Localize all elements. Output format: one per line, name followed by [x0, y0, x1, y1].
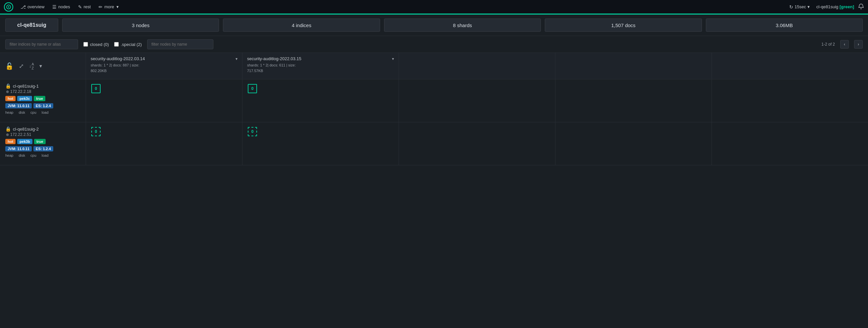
shard-cell-empty: [712, 122, 868, 165]
cluster-info: cl-qe81suig [green]: [816, 4, 854, 9]
more-icon: ✏: [99, 4, 102, 9]
nodes-icon: ☰: [52, 4, 57, 9]
nav-overview[interactable]: ⎇ overview: [17, 2, 48, 11]
shard-cell-empty: [399, 79, 555, 122]
index-meta-2: shards: 1 * 2| docs: 611 | size: 717.57K…: [247, 63, 394, 73]
shard-badge-solid[interactable]: 0: [248, 84, 257, 93]
index-col-2: security-auditlog-2022.03.15 ▾ shards: 1…: [243, 53, 399, 165]
stat-heap[interactable]: heap: [5, 110, 13, 114]
stat-cpu[interactable]: cpu: [30, 110, 36, 114]
notifications-bell[interactable]: [858, 3, 864, 10]
tag-pek3b: pek3b: [17, 139, 32, 144]
tag-pek3c: pek3c: [17, 96, 32, 101]
refresh-icon: ↻: [789, 4, 793, 9]
sort-az-button[interactable]: ↓ AZ: [29, 62, 34, 70]
node-lock-icon: 🔒: [5, 83, 11, 89]
shard-cell-empty: [712, 79, 868, 122]
node-es-badge: ES: 1.2.4: [33, 103, 53, 108]
index-header-4: [555, 53, 712, 79]
node-ip-label: 172.22.2.18: [10, 89, 31, 94]
shard-cell: 0: [243, 79, 399, 122]
index-col-3: [399, 53, 555, 165]
node-es-badge: ES: 1.2.4: [33, 146, 53, 152]
main-grid: 🔓 ⤢ ↓ AZ ▾ 🔒 cl-qe81suig-1 ⊕ 172.22.2.18…: [0, 53, 868, 165]
docs-stat[interactable]: 1,507 docs: [545, 19, 702, 32]
node-ip-row: ⊕ 172.22.2.18: [6, 89, 81, 94]
node-version-row: JVM: 11.0.11 ES: 1.2.4: [5, 146, 81, 152]
shard-badge-dashed[interactable]: 0: [91, 127, 100, 136]
shard-cell: 0: [86, 79, 242, 122]
node-column: 🔓 ⤢ ↓ AZ ▾ 🔒 cl-qe81suig-1 ⊕ 172.22.2.18…: [0, 53, 86, 165]
index-col-1: security-auditlog-2022.03.14 ▾ shards: 1…: [86, 53, 243, 165]
index-header-5: [712, 53, 868, 79]
special-checkbox[interactable]: [114, 42, 119, 46]
tag-hot: hot: [5, 139, 16, 144]
index-header-2: security-auditlog-2022.03.15 ▾ shards: 1…: [243, 53, 399, 79]
pagination-prev-button[interactable]: ‹: [840, 40, 849, 48]
node-name-label: cl-qe81suig-1: [13, 84, 39, 89]
tag-true: true: [34, 96, 45, 101]
shard-cell-empty: [555, 79, 712, 122]
closed-filter[interactable]: closed (0): [83, 42, 109, 47]
node-stats-row: heap disk cpu load: [5, 110, 81, 114]
special-filter[interactable]: .special (2): [114, 42, 142, 47]
index-header-1: security-auditlog-2022.03.14 ▾ shards: 1…: [86, 53, 242, 79]
index-chevron-1[interactable]: ▾: [236, 57, 238, 61]
top-nav: ⎇ overview ☰ nodes ✎ rest ✏ more ▾ ↻ 15s…: [0, 0, 868, 14]
node-ip-row: ⊕ 172.22.2.51: [6, 132, 81, 137]
unlock-icon[interactable]: 🔓: [5, 62, 13, 70]
more-chevron-icon: ▾: [117, 4, 119, 9]
stat-load[interactable]: load: [42, 110, 49, 114]
stat-load[interactable]: load: [42, 154, 49, 157]
closed-checkbox[interactable]: [83, 42, 88, 46]
stat-disk[interactable]: disk: [19, 154, 25, 157]
shard-cell-empty: [399, 122, 555, 165]
index-col-4: [555, 53, 712, 165]
nav-nodes[interactable]: ☰ nodes: [49, 2, 73, 11]
shard-cell: 0: [243, 122, 399, 165]
node-version-row: JVM: 11.0.11 ES: 1.2.4: [5, 103, 81, 108]
sort-down-button[interactable]: ▾: [39, 63, 42, 69]
stats-bar: cl-qe81suig 3 nodes 4 indices 8 shards 1…: [0, 14, 868, 36]
stat-disk[interactable]: disk: [19, 110, 25, 114]
overview-icon: ⎇: [21, 4, 26, 9]
shard-cell: 0: [86, 122, 242, 165]
node-ip-label: 172.22.2.51: [10, 132, 31, 137]
refresh-control[interactable]: ↻ 15sec ▾: [786, 3, 812, 11]
collapse-icon[interactable]: ⤢: [19, 63, 24, 70]
filter-indices-input[interactable]: [5, 39, 78, 49]
index-name-1[interactable]: security-auditlog-2022.03.14: [91, 56, 145, 61]
nav-rest[interactable]: ✎ rest: [75, 2, 94, 11]
nav-more[interactable]: ✏ more ▾: [95, 2, 122, 11]
stat-cpu[interactable]: cpu: [30, 154, 36, 157]
node-tags: hot pek3c true: [5, 96, 81, 101]
filter-nodes-input[interactable]: [147, 39, 213, 49]
stat-heap[interactable]: heap: [5, 154, 13, 157]
node-ip-icon: ⊕: [6, 133, 9, 137]
nodes-stat[interactable]: 3 nodes: [62, 19, 219, 32]
node-lock-icon: 🔒: [5, 126, 11, 132]
node-name-row: 🔒 cl-qe81suig-2: [5, 126, 81, 132]
indices-stat[interactable]: 4 indices: [223, 19, 380, 32]
index-chevron-2[interactable]: ▾: [392, 57, 394, 61]
node-stats-row: heap disk cpu load: [5, 154, 81, 157]
node-name-label: cl-qe81suig-2: [13, 127, 39, 132]
rest-icon: ✎: [78, 4, 82, 9]
shards-stat[interactable]: 8 shards: [384, 19, 541, 32]
node-header-controls: 🔓 ⤢ ↓ AZ ▾: [0, 53, 86, 79]
index-meta-1: shards: 1 * 2| docs: 887 | size: 802.20K…: [91, 63, 238, 73]
svg-point-2: [8, 6, 9, 8]
pagination-info: 1-2 of 2: [822, 42, 835, 46]
size-stat[interactable]: 3.06MB: [706, 19, 863, 32]
tag-hot: hot: [5, 96, 16, 101]
index-name-2[interactable]: security-auditlog-2022.03.15: [247, 56, 301, 61]
pagination-next-button[interactable]: ›: [854, 40, 863, 48]
index-columns: security-auditlog-2022.03.14 ▾ shards: 1…: [86, 53, 868, 165]
node-tags: hot pek3b true: [5, 139, 81, 144]
node-ip-icon: ⊕: [6, 90, 9, 94]
nav-right: ↻ 15sec ▾ cl-qe81suig [green]: [786, 3, 864, 11]
logo[interactable]: [4, 2, 13, 11]
shard-badge-dashed[interactable]: 0: [248, 127, 257, 136]
shard-badge-solid[interactable]: 0: [91, 84, 100, 93]
node-row: 🔒 cl-qe81suig-1 ⊕ 172.22.2.18 hot pek3c …: [0, 79, 86, 122]
